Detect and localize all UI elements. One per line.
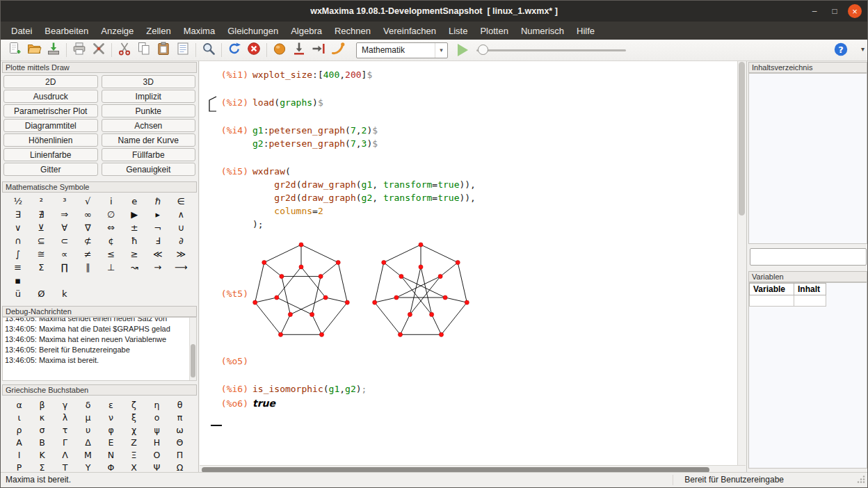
symbol-button[interactable]: Σ (30, 261, 54, 274)
select-all-button[interactable] (173, 41, 193, 60)
greek-letter-button[interactable]: μ (77, 411, 99, 423)
symbol-button[interactable]: → (146, 261, 170, 274)
draw-button-ausdruck[interactable]: Ausdruck (3, 90, 98, 103)
symbol-button[interactable]: ⟶ (170, 261, 193, 274)
symbol-button[interactable]: ∩ (6, 234, 30, 247)
variables-empty-cell[interactable] (794, 295, 826, 307)
toc-list[interactable] (748, 73, 867, 244)
cell-type-select[interactable]: Mathematik ▾ (356, 42, 448, 58)
symbol-button[interactable]: ³ (53, 195, 77, 208)
code-line[interactable]: gr2d(draw_graph(g2, transform=true)), (252, 191, 476, 204)
code-line[interactable]: load(graphs)$ (252, 96, 323, 109)
greek-letter-button[interactable]: ι (8, 411, 31, 423)
menu-item-numerisch[interactable]: Numerisch (515, 23, 570, 39)
greek-letter-button[interactable]: Ζ (122, 436, 145, 448)
greek-letter-button[interactable]: λ (54, 411, 77, 423)
variables-empty-row[interactable] (750, 295, 826, 307)
menu-item-maxima[interactable]: Maxima (177, 23, 222, 39)
symbol-button[interactable]: Ø (30, 287, 54, 300)
toc-search-input[interactable] (750, 248, 867, 266)
symbol-button[interactable]: ⇒ (53, 208, 77, 221)
symbol-button[interactable]: k (53, 287, 77, 300)
greek-letter-button[interactable]: ξ (122, 411, 145, 423)
code-line[interactable]: g2:petersen_graph(7,3)$ (252, 137, 378, 150)
greek-letter-button[interactable]: ψ (145, 423, 168, 436)
draw-button-3d[interactable]: 3D (102, 75, 196, 88)
symbol-button[interactable]: ü (6, 287, 30, 300)
symbol-button[interactable]: ≤ (99, 247, 123, 261)
draw-button-genauigkeit[interactable]: Genauigkeit (102, 163, 196, 176)
greek-letter-button[interactable]: γ (54, 398, 77, 411)
greek-letter-button[interactable]: Ι (8, 448, 31, 461)
symbol-button[interactable]: e (123, 195, 147, 208)
symbol-button[interactable]: ∇ (77, 221, 100, 234)
symbol-button[interactable]: ² (30, 195, 54, 208)
draw-button-füllfarbe[interactable]: Füllfarbe (102, 148, 196, 161)
symbol-button[interactable]: ≫ (170, 247, 193, 261)
symbol-button[interactable]: ∧ (170, 208, 193, 221)
greek-letter-button[interactable]: Θ (168, 436, 191, 448)
draw-button-2d[interactable]: 2D (3, 75, 98, 88)
greek-letter-button[interactable]: Π (168, 448, 191, 461)
symbol-button[interactable]: ∞ (77, 208, 100, 221)
code-line[interactable]: columns=2 (252, 204, 323, 218)
follow-button[interactable] (328, 41, 348, 60)
draw-button-name-der-kurve[interactable]: Name der Kurve (102, 133, 196, 147)
paste-button[interactable] (154, 41, 173, 60)
symbol-button[interactable]: ≠ (77, 247, 100, 261)
greek-letter-button[interactable]: Μ (77, 448, 99, 461)
greek-letter-button[interactable]: η (145, 398, 168, 411)
symbol-button[interactable]: Ⅎ (146, 234, 170, 247)
debug-log[interactable]: 13:46:05: Maxima sendet einen neuen Satz… (2, 317, 197, 381)
evaluate-cell-button[interactable] (270, 41, 289, 60)
greek-letter-button[interactable]: ρ (8, 423, 31, 436)
menu-item-vereinfachen[interactable]: Vereinfachen (377, 23, 442, 39)
settings-button[interactable] (89, 41, 108, 60)
symbol-button[interactable]: ½ (6, 195, 30, 208)
symbol-button[interactable]: ∫ (6, 247, 30, 261)
symbol-button[interactable]: ⊂ (53, 234, 77, 247)
symbol-button[interactable]: ∥ (77, 261, 100, 274)
menu-item-algebra[interactable]: Algebra (284, 23, 328, 39)
code-line[interactable]: g1:petersen_graph(7,2)$ (252, 124, 378, 137)
evaluate-all-button[interactable] (289, 41, 309, 60)
symbol-button[interactable]: ≥ (123, 247, 147, 261)
greek-letter-button[interactable]: π (168, 411, 191, 423)
symbol-button[interactable]: ± (123, 221, 147, 234)
resize-grip-icon[interactable] (857, 475, 865, 485)
code-line[interactable]: is_isomorphic(g1,g2); (252, 382, 367, 396)
greek-letter-button[interactable]: χ (122, 423, 145, 436)
draw-button-linienfarbe[interactable]: Linienfarbe (3, 148, 98, 161)
greek-letter-button[interactable]: ε (99, 398, 122, 411)
debug-scrollbar-thumb[interactable] (191, 344, 195, 378)
symbol-button[interactable]: ▶ (123, 208, 147, 221)
greek-letter-button[interactable]: Δ (77, 436, 99, 448)
greek-letter-button[interactable]: ο (145, 411, 168, 423)
symbol-button[interactable]: ⊻ (30, 221, 54, 234)
symbol-button[interactable]: ⊆ (30, 234, 54, 247)
greek-letter-button[interactable]: υ (77, 423, 99, 436)
greek-letter-button[interactable]: Λ (54, 448, 77, 461)
symbol-button[interactable]: ⊥ (99, 261, 123, 274)
greek-letter-button[interactable]: θ (168, 398, 191, 411)
cut-button[interactable] (115, 41, 134, 60)
symbol-button[interactable]: ∨ (6, 221, 30, 234)
greek-letter-button[interactable]: ω (168, 423, 191, 436)
symbol-button[interactable]: ⇔ (99, 221, 123, 234)
symbol-button[interactable]: ≪ (146, 247, 170, 261)
draw-button-höhenlinien[interactable]: Höhenlinien (3, 133, 98, 147)
symbol-button[interactable]: ∈ (170, 195, 193, 208)
code-line[interactable]: ); (252, 218, 264, 231)
print-button[interactable] (70, 41, 89, 60)
restart-maxima-button[interactable] (225, 41, 244, 60)
debug-scrollbar[interactable] (189, 318, 196, 380)
symbol-button[interactable]: ↝ (123, 261, 147, 274)
new-document-button[interactable] (5, 41, 24, 60)
greek-letter-button[interactable]: β (31, 398, 54, 411)
symbol-button[interactable]: ∃ (6, 208, 30, 221)
symbol-button[interactable]: ⊄ (77, 234, 100, 247)
symbol-button[interactable]: ∀ (53, 221, 77, 234)
chevron-down-icon[interactable]: ▾ (435, 43, 447, 58)
greek-letter-button[interactable]: σ (31, 423, 54, 436)
symbol-button[interactable]: ¬ (146, 221, 170, 234)
